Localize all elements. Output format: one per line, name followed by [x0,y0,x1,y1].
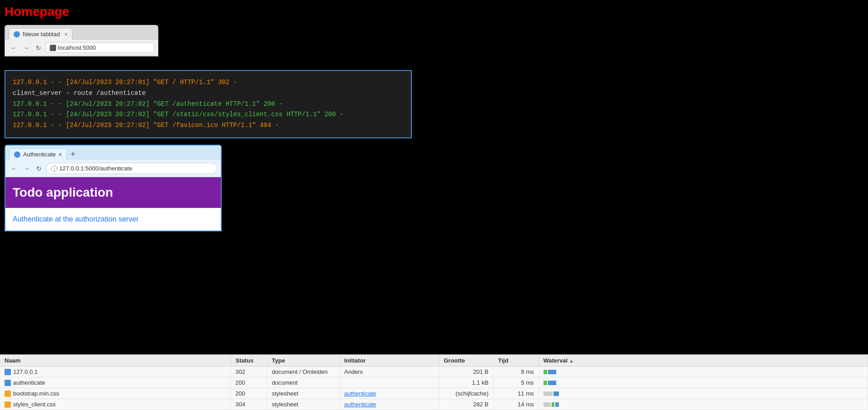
new-tab-button[interactable]: + [69,150,77,159]
page-icon-1 [50,45,56,51]
col-header-grootte: Grootte [439,355,493,367]
todo-title: Todo application [13,185,214,200]
table-row: bootstrap.min.css 200 stylesheet authent… [0,388,868,399]
todo-body: Authenticate at the authorization server [5,208,221,231]
back-button-2[interactable]: ← [9,164,19,173]
page-title: Homepage [5,5,69,19]
tab-close-2[interactable]: × [58,151,62,158]
nav-bar-1: ← → ↻ localhost:5000 [5,40,158,56]
cell-grootte: (schijfcache) [439,388,493,399]
col-header-initiator: Initiator [339,355,439,367]
refresh-button-2[interactable]: ↻ [34,164,43,173]
cell-tijd: 14 ms [493,399,539,410]
cell-grootte: 201 B [439,367,493,377]
cell-type: document / Omleiden [267,367,339,377]
cell-tijd: 11 ms [493,388,539,399]
table-row: styles_client.css 304 stylesheet authent… [0,399,868,410]
col-header-type: Type [267,355,339,367]
waterval-bar [544,381,863,385]
address-text-1: localhost:5000 [58,44,96,51]
initiator-text: Anders [344,368,363,375]
cell-waterval [539,388,868,399]
terminal-line-4: 127.0.0.1 - - [24/Jul/2023 20:27:02] "GE… [13,109,404,120]
cell-tijd: 5 ms [493,377,539,388]
terminal-line-1: 127.0.0.1 - - [24/Jul/2023 20:27:01] "GE… [13,77,404,88]
file-icon [5,380,11,386]
table-row: authenticate 200 document 1.1 kB 5 ms [0,377,868,388]
initiator-link[interactable]: authenticate [344,401,377,408]
file-name: styles_client.css [13,401,56,408]
nav-bar-2: ← → ↻ i 127.0.0.1:5000/authenticate [5,160,221,177]
address-bar-1[interactable]: localhost:5000 [46,42,154,53]
file-icon [5,401,11,408]
col-header-waterval: Waterval ▲ [539,355,868,367]
cell-type: stylesheet [267,399,339,410]
tab-label-1: Nieuw tabblad [23,31,60,38]
cell-tijd: 8 ms [493,367,539,377]
info-icon: i [51,165,57,172]
cell-status: 302 [231,367,267,377]
tab-nieuw-tabblad[interactable]: Nieuw tabblad × [9,28,72,40]
cell-waterval [539,367,868,377]
todo-header: Todo application [5,177,221,208]
cell-initiator: authenticate [339,399,439,410]
cell-name: 127.0.0.1 [0,367,231,377]
network-table: Naam Status Type Initiator Grootte Tijd [0,354,868,410]
browser-window-1: Nieuw tabblad × ← → ↻ localhost:5000 [5,25,158,57]
forward-button-2[interactable]: → [22,164,32,173]
table-header-row: Naam Status Type Initiator Grootte Tijd [0,355,868,367]
col-header-status: Status [231,355,267,367]
cell-waterval [539,399,868,410]
cell-initiator: Anders [339,367,439,377]
file-name: 127.0.0.1 [13,368,38,375]
cell-status: 304 [231,399,267,410]
todo-app-content: Todo application Authenticate at the aut… [5,177,221,231]
cell-status: 200 [231,377,267,388]
network-requests-table: Naam Status Type Initiator Grootte Tijd [0,355,868,410]
tab-icon-2 [14,151,20,158]
back-button-1[interactable]: ← [9,43,19,52]
file-name: bootstrap.min.css [13,390,59,397]
cell-type: stylesheet [267,388,339,399]
cell-initiator [339,377,439,388]
cell-grootte: 282 B [439,399,493,410]
cell-name: bootstrap.min.css [0,388,231,399]
forward-button-1[interactable]: → [21,43,31,52]
tab-close-1[interactable]: × [64,31,67,38]
file-name: authenticate [13,379,45,386]
cell-name: authenticate [0,377,231,388]
initiator-link[interactable]: authenticate [344,390,377,397]
terminal-line-3: 127.0.0.1 - - [24/Jul/2023 20:27:02] "GE… [13,99,404,110]
waterval-bar [544,370,863,374]
auth-link[interactable]: Authenticate at the authorization server [13,215,138,223]
waterval-bar [544,391,863,396]
file-icon [5,369,11,375]
tab-bar-2: Authenticate × + [5,146,221,160]
cell-waterval [539,377,868,388]
terminal-line-2: client_server - route /authenticate [13,88,404,99]
waterval-bar [544,402,863,407]
cell-grootte: 1.1 kB [439,377,493,388]
tab-label-2: Authenticate [23,151,56,158]
cell-name: styles_client.css [0,399,231,410]
address-bar-2[interactable]: i 127.0.0.1:5000/authenticate [46,163,217,174]
tab-icon-1 [14,31,20,38]
cell-initiator: authenticate [339,388,439,399]
table-body: 127.0.0.1 302 document / Omleiden Anders… [0,367,868,410]
address-text-2: 127.0.0.1:5000/authenticate [59,165,132,172]
terminal-line-5: 127.0.0.1 - - [24/Jul/2023 20:27:02] "GE… [13,120,404,131]
browser-window-2: Authenticate × + ← → ↻ i 127.0.0.1:5000/… [5,145,222,231]
refresh-button-1[interactable]: ↻ [34,43,43,52]
file-icon [5,391,11,397]
table-row: 127.0.0.1 302 document / Omleiden Anders… [0,367,868,377]
tab-bar-1: Nieuw tabblad × [5,25,158,40]
terminal-output: 127.0.0.1 - - [24/Jul/2023 20:27:01] "GE… [5,70,412,138]
sort-arrow-waterval: ▲ [569,358,574,363]
col-header-naam: Naam [0,355,231,367]
cell-status: 200 [231,388,267,399]
col-header-tijd: Tijd [493,355,539,367]
tab-authenticate[interactable]: Authenticate × [9,148,67,160]
cell-type: document [267,377,339,388]
